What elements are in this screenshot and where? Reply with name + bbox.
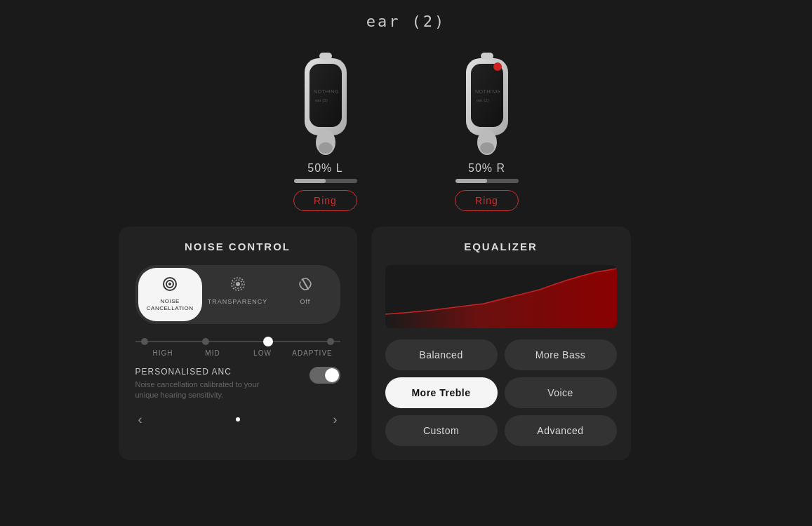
personalised-anc-title: PERSONALISED ANC [135, 367, 302, 377]
anc-dot-adaptive[interactable] [327, 338, 334, 345]
mode-off-label: Off [300, 298, 310, 306]
mode-selector: NOISECANCELLATION TRANSPARENCY [135, 265, 340, 324]
right-ring-button[interactable]: Ring [455, 190, 519, 211]
anc-label-adaptive: ADAPTIVE [288, 349, 338, 357]
mode-transparency-button[interactable]: TRANSPARENCY [202, 268, 273, 321]
personalised-anc-toggle[interactable] [310, 367, 340, 384]
mode-anc-icon [162, 276, 178, 294]
left-earbud-container: NOTHING ear (2) 50% L Ring [287, 44, 364, 211]
anc-level-track [135, 337, 340, 346]
personalised-anc-row: PERSONALISED ANC Noise cancellation cali… [135, 367, 340, 401]
eq-advanced-button[interactable]: Advanced [505, 415, 617, 446]
svg-text:NOTHING: NOTHING [475, 89, 500, 94]
svg-point-10 [480, 142, 494, 154]
anc-dot-mid[interactable] [202, 338, 209, 345]
equalizer-panel: EQUALIZER [371, 227, 631, 460]
right-battery-bar [455, 179, 519, 183]
mode-transparency-icon [230, 276, 246, 294]
next-page-button[interactable]: › [333, 412, 338, 427]
anc-dot-low[interactable] [263, 337, 273, 346]
right-battery-fill [455, 179, 487, 183]
panels-row: NOISE CONTROL NOISECANCELLATION [119, 227, 694, 460]
eq-balanced-button[interactable]: Balanced [385, 339, 498, 370]
personalised-anc-info: PERSONALISED ANC Noise cancellation cali… [135, 367, 302, 401]
mode-anc-label: NOISECANCELLATION [147, 298, 194, 313]
anc-label-high: HIGH [138, 349, 188, 357]
main-content: NOTHING ear (2) 50% L Ring [0, 37, 812, 460]
personalised-anc-desc: Noise cancellation calibrated to your un… [135, 379, 283, 401]
eq-voice-button[interactable]: Voice [505, 377, 617, 408]
left-ring-button[interactable]: Ring [293, 190, 357, 211]
svg-rect-8 [471, 64, 503, 127]
svg-point-12 [493, 62, 502, 71]
eq-more-bass-button[interactable]: More Bass [505, 339, 617, 370]
svg-text:ear (2): ear (2) [315, 98, 328, 102]
mode-off-button[interactable]: Off [273, 268, 337, 321]
noise-control-title: NOISE CONTROL [135, 241, 340, 252]
left-battery-fill [294, 179, 326, 183]
eq-more-treble-button[interactable]: More Treble [385, 377, 498, 408]
anc-labels-row: HIGH MID LOW ADAPTIVE [135, 349, 340, 357]
svg-text:ear (2): ear (2) [477, 98, 489, 102]
svg-rect-4 [319, 53, 332, 60]
earbuds-section: NOTHING ear (2) 50% L Ring [287, 44, 526, 211]
svg-point-17 [168, 283, 171, 285]
eq-custom-button[interactable]: Custom [385, 415, 498, 446]
svg-point-3 [319, 142, 333, 154]
noise-control-panel: NOISE CONTROL NOISECANCELLATION [119, 227, 357, 460]
anc-dot-high[interactable] [141, 338, 148, 345]
eq-title: EQUALIZER [385, 241, 617, 252]
eq-buttons-grid: Balanced More Bass More Treble Voice Cus… [385, 339, 617, 446]
anc-label-mid: MID [188, 349, 238, 357]
mode-anc-button[interactable]: NOISECANCELLATION [138, 268, 202, 321]
pagination-row: ‹ › [135, 412, 340, 427]
right-earbud-container: NOTHING ear (2) 50% R Ring [448, 44, 526, 211]
svg-rect-11 [481, 53, 493, 60]
prev-page-button[interactable]: ‹ [138, 412, 142, 427]
svg-point-18 [236, 282, 240, 286]
svg-rect-1 [310, 64, 342, 127]
anc-label-low: LOW [238, 349, 288, 357]
right-earbud-image: NOTHING ear (2) [448, 44, 526, 156]
toggle-knob [325, 368, 339, 382]
left-battery-bar [294, 179, 357, 183]
svg-text:NOTHING: NOTHING [314, 89, 339, 94]
app-header: ear (2) [0, 0, 812, 37]
mode-off-icon [298, 276, 313, 294]
right-battery-label: 50% R [468, 162, 505, 175]
app-title: ear (2) [366, 13, 446, 30]
left-earbud-image: NOTHING ear (2) [287, 44, 364, 156]
eq-chart [385, 265, 617, 328]
page-dot [236, 417, 240, 422]
left-battery-label: 50% L [307, 162, 342, 175]
anc-dots-row [141, 337, 335, 346]
mode-transparency-label: TRANSPARENCY [208, 298, 267, 306]
